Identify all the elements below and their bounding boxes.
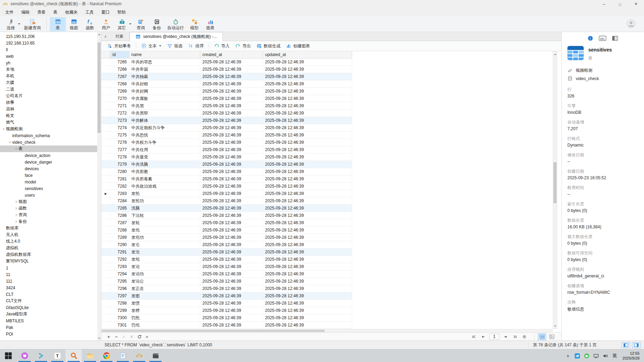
cell-name[interactable]: 中共黑帮 — [129, 110, 200, 117]
table-row[interactable]: 7300罚抡2025-09-28 12:46:392025-09-28 12:4… — [101, 314, 352, 322]
cell-created-at[interactable]: 2025-09-28 12:46:39 — [200, 80, 263, 87]
sidebar-item[interactable]: face — [0, 172, 97, 179]
scroll-down-icon[interactable] — [97, 336, 101, 340]
sidebar-item[interactable]: 本地 — [0, 66, 97, 73]
cell-created-at[interactable]: 2025-09-28 12:46:39 — [200, 102, 263, 109]
table-row[interactable]: 7270中共腐败2025-09-28 12:46:392025-09-28 12… — [101, 95, 352, 102]
cell-id[interactable]: 7290 — [110, 241, 129, 248]
cell-updated-at[interactable]: 2025-09-28 12:46:39 — [263, 278, 352, 285]
cell-id[interactable]: 7266 — [110, 66, 129, 73]
cell-id[interactable]: 7265 — [110, 58, 129, 65]
table-row[interactable]: 7294发论功2025-09-28 12:46:392025-09-28 12:… — [101, 270, 352, 278]
column-header-updated_at[interactable]: updated_at — [263, 51, 352, 58]
sidebar-item[interactable]: 192.168.110.65 — [0, 40, 97, 46]
cell-id[interactable]: 7300 — [110, 314, 129, 321]
cell-id[interactable]: 7277 — [110, 146, 129, 153]
cell-updated-at[interactable]: 2025-09-28 12:46:39 — [263, 132, 352, 139]
menu-item[interactable]: 收藏夹 — [61, 8, 82, 16]
cell-created-at[interactable]: 2025-09-28 12:46:39 — [200, 168, 263, 175]
table-row[interactable]: 7293发论2025-09-28 12:46:392025-09-28 12:4… — [101, 263, 352, 270]
toolbar-button-view-big[interactable]: 视图 — [66, 17, 82, 31]
taskbar-text-app-button[interactable]: T — [49, 349, 65, 362]
toolbar-button-connect[interactable]: 连接 — [3, 17, 19, 31]
toolbar-button-user-big[interactable]: 用户 — [98, 17, 114, 31]
sidebar-item[interactable]: 表 — [0, 145, 97, 152]
cell-name[interactable]: 发纶 — [129, 256, 200, 263]
menu-item[interactable]: 工具 — [82, 8, 98, 16]
grid-view-button[interactable] — [538, 333, 546, 340]
sidebar-item[interactable]: 查询 — [0, 212, 97, 218]
cell-created-at[interactable]: 2025-09-28 12:46:39 — [200, 241, 263, 248]
cell-created-at[interactable]: 2025-09-28 12:46:39 — [200, 234, 263, 241]
sidebar-item[interactable]: video_check — [0, 139, 97, 145]
sidebar-item[interactable]: information_schema — [0, 132, 97, 139]
cell-id[interactable]: 7292 — [110, 256, 129, 263]
maximize-button[interactable]: □ — [612, 0, 628, 8]
table-toolbar-text-doc-button[interactable]: 文本 — [138, 41, 164, 51]
table-row[interactable]: 7279中共洗脑2025-09-28 12:46:392025-09-28 12… — [101, 161, 352, 168]
cell-name[interactable]: 发抡功 — [129, 197, 200, 204]
expander-icon[interactable] — [1, 128, 6, 130]
tab-objects[interactable]: 对象 — [110, 32, 130, 41]
expander-icon[interactable] — [14, 207, 18, 210]
cell-created-at[interactable]: 2025-09-28 12:46:39 — [200, 278, 263, 285]
sidebar-item[interactable]: 公司名片 — [0, 93, 97, 99]
cell-name[interactable]: 罚伦 — [129, 322, 200, 329]
toolbar-button-other-big[interactable]: 其它 — [114, 17, 130, 31]
cell-id[interactable]: 7298 — [110, 300, 129, 307]
cell-id[interactable]: 7283 — [110, 190, 129, 197]
cell-updated-at[interactable]: 2025-09-28 12:46:39 — [263, 270, 352, 277]
sidebar-item[interactable]: GfastSQLite — [0, 304, 97, 311]
sidebar-item[interactable]: 吉林 — [0, 106, 97, 112]
cell-id[interactable]: 7299 — [110, 307, 129, 314]
cell-updated-at[interactable]: 2025-09-28 12:46:39 — [263, 102, 352, 109]
cell-id[interactable]: 7276 — [110, 139, 129, 146]
toggle-right-panel-button[interactable] — [632, 342, 641, 348]
cell-name[interactable]: 发轮 — [129, 219, 200, 226]
next-page-button[interactable] — [502, 335, 509, 339]
table-row[interactable]: 7298发愣2025-09-28 12:46:392025-09-28 12:4… — [101, 300, 352, 307]
cell-name[interactable]: 中共邪毒素 — [129, 175, 200, 182]
cell-created-at[interactable]: 2025-09-28 12:46:39 — [200, 219, 263, 226]
cell-id[interactable]: 7270 — [110, 95, 129, 102]
cell-updated-at[interactable]: 2025-09-28 12:46:39 — [263, 234, 352, 241]
cell-updated-at[interactable]: 2025-09-28 12:46:39 — [263, 263, 352, 270]
table-row[interactable]: 7286下法轮2025-09-28 12:46:392025-09-28 12:… — [101, 212, 352, 219]
taskbar-chrome-button[interactable] — [98, 349, 115, 362]
cell-updated-at[interactable]: 2025-09-28 12:46:39 — [263, 88, 352, 95]
sidebar-item[interactable]: ll — [0, 46, 97, 53]
sidebar-item[interactable]: 备份 — [0, 218, 97, 225]
page-settings-button[interactable] — [521, 335, 527, 339]
cell-id[interactable]: 7288 — [110, 227, 129, 234]
cell-updated-at[interactable]: 2025-09-28 12:46:39 — [263, 139, 352, 146]
cell-id[interactable]: 7275 — [110, 132, 129, 139]
cell-updated-at[interactable]: 2025-09-28 12:46:39 — [263, 80, 352, 87]
cell-updated-at[interactable]: 2025-09-28 12:46:39 — [263, 292, 352, 299]
cell-updated-at[interactable]: 2025-09-28 12:46:39 — [263, 175, 352, 182]
cell-id[interactable]: 7281 — [110, 175, 129, 182]
refresh-button[interactable] — [135, 335, 143, 339]
sidebar-item[interactable]: Java模型库 — [0, 311, 97, 317]
cell-updated-at[interactable]: 2025-09-28 12:46:39 — [263, 314, 352, 321]
table-row[interactable]: 7291发沦2025-09-28 12:46:392025-09-28 12:4… — [101, 249, 352, 256]
toolbar-button-autorun-big[interactable]: 自动运行 — [165, 17, 186, 31]
sidebar-item[interactable]: 本机 — [0, 73, 97, 79]
table-row[interactable]: 7265中共的罪恶2025-09-28 12:46:392025-09-28 1… — [101, 58, 352, 66]
cell-id[interactable]: 7267 — [110, 73, 129, 80]
sidebar-item[interactable]: web — [0, 53, 97, 60]
table-row[interactable]: 7297发图2025-09-28 12:46:392025-09-28 12:4… — [101, 292, 352, 300]
cell-id[interactable]: 7291 — [110, 249, 129, 255]
table-row[interactable]: 7278中共退党2025-09-28 12:46:392025-09-28 12… — [101, 154, 352, 161]
cell-created-at[interactable]: 2025-09-28 12:46:39 — [200, 197, 263, 204]
tab-scroll-icon[interactable]: ∧ — [101, 32, 110, 41]
sidebar-item[interactable]: 燃气 — [0, 119, 97, 126]
cell-updated-at[interactable]: 2025-09-28 12:46:39 — [263, 73, 352, 80]
tray-volume-icon[interactable] — [601, 349, 610, 362]
cell-created-at[interactable]: 2025-09-28 12:46:39 — [200, 314, 263, 321]
cell-name[interactable]: 中共退党 — [129, 154, 200, 160]
cell-name[interactable]: 发沦 — [129, 249, 200, 255]
table-row[interactable]: 7281中共邪毒素2025-09-28 12:46:392025-09-28 1… — [101, 175, 352, 183]
cell-id[interactable]: 7278 — [110, 154, 129, 160]
toolbar-button-chart-big[interactable]: 图表 — [202, 17, 218, 31]
sidebar-item[interactable]: CLT — [0, 291, 97, 298]
